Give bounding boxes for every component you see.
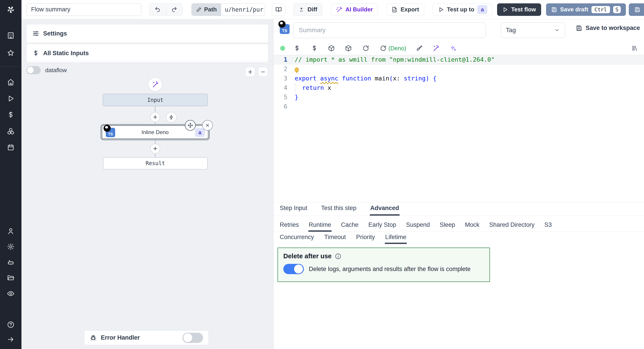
format-brush-icon[interactable] [416, 45, 422, 52]
delete-after-use-title: Delete after use [283, 253, 332, 260]
tab-shared-directory[interactable]: Shared Directory [489, 221, 535, 232]
all-static-inputs-button[interactable]: All Static Inputs [26, 44, 268, 62]
test-flow-button[interactable]: Test flow [497, 3, 541, 16]
path-button[interactable]: Path u/henri/pur [192, 3, 265, 16]
step-tabs: Step InputTest this stepAdvanced [274, 202, 644, 216]
step-node-title: Inline Deno [142, 129, 168, 135]
tab-concurrency[interactable]: Concurrency [279, 234, 314, 244]
variables-dollar-icon[interactable] [311, 45, 318, 52]
code-line[interactable]: 3export async function main(x: string) { [274, 74, 644, 83]
delete-step-button[interactable] [202, 120, 213, 131]
redo-button[interactable] [166, 3, 183, 16]
reload-lang-icon[interactable] [380, 45, 386, 52]
flow-summary-input[interactable] [26, 3, 141, 16]
insert-step-button[interactable] [150, 112, 160, 122]
schedules-calendar-icon[interactable] [7, 144, 14, 151]
wand-icon [336, 6, 342, 13]
code-line[interactable]: 4return x [274, 83, 644, 92]
edge-plus-to-result [155, 153, 156, 157]
settings-gear-icon[interactable] [7, 243, 14, 251]
ts-badge-label: TS [108, 132, 113, 136]
step-header: TS Tag Save to workspace [274, 19, 644, 41]
code-line[interactable]: 1// import * as wmill from "npm:windmill… [274, 55, 644, 64]
tab-lifetime[interactable]: Lifetime [385, 234, 407, 244]
diff-button[interactable]: Diff [294, 3, 322, 16]
code-editor[interactable]: 1// import * as wmill from "npm:windmill… [274, 55, 644, 202]
line-number: 3 [274, 74, 287, 83]
save-draft-label: Save draft [560, 6, 588, 13]
save-icon [551, 7, 557, 12]
sparkles-icon[interactable] [450, 45, 456, 52]
tab-s3[interactable]: S3 [544, 221, 552, 232]
package-icon-2[interactable] [345, 45, 352, 52]
folders-icon[interactable] [7, 274, 14, 282]
code-line[interactable]: 6 [274, 102, 644, 111]
code-line[interactable]: 2 [274, 64, 644, 74]
workers-robot-icon[interactable] [7, 259, 14, 266]
workspace-building-icon[interactable] [7, 32, 14, 39]
flow-result-node[interactable]: Result [103, 157, 208, 169]
ai-wand-icon[interactable] [432, 45, 439, 52]
tab-suspend[interactable]: Suspend [406, 221, 430, 232]
tab-runtime[interactable]: Runtime [308, 221, 332, 232]
kbd-ctrl: Ctrl [592, 6, 610, 13]
tab-sleep[interactable]: Sleep [439, 221, 456, 232]
reload-icon[interactable] [362, 45, 369, 52]
step-summary-input[interactable] [293, 22, 486, 38]
ai-flow-wand-button[interactable] [148, 77, 162, 92]
line-number: 5 [274, 92, 287, 102]
tab-advanced[interactable]: Advanced [370, 205, 400, 216]
deploy-button[interactable] [629, 3, 644, 16]
flow-graph-canvas[interactable]: dataflow Input TS Inline Deno a [22, 61, 273, 349]
user-icon[interactable] [7, 227, 14, 235]
tab-timeout[interactable]: Timeout [324, 234, 346, 244]
zoom-in-button[interactable] [246, 67, 255, 77]
expand-arrow-icon[interactable] [7, 336, 14, 343]
info-icon[interactable] [335, 253, 342, 260]
step-node-id-badge: a [195, 128, 205, 137]
tab-step-input[interactable]: Step Input [279, 205, 308, 216]
lightbulb-icon[interactable] [295, 67, 299, 72]
edge-step-to-plus [155, 139, 156, 144]
sliders-icon [32, 30, 39, 37]
tab-cache[interactable]: Cache [340, 221, 359, 232]
code-line[interactable]: 5} [274, 92, 644, 102]
audit-eye-icon[interactable] [7, 290, 14, 297]
delete-after-use-toggle[interactable] [283, 264, 304, 274]
test-up-to-button[interactable]: Test up to a [433, 3, 492, 16]
step-editor-panel: TS Tag Save to workspace [273, 19, 644, 349]
error-handler-card[interactable]: Error Handler [84, 331, 209, 345]
path-value[interactable]: u/henri/pur [221, 3, 265, 16]
tab-early-stop[interactable]: Early Stop [368, 221, 397, 232]
flow-input-node[interactable]: Input [103, 94, 208, 106]
tab-priority[interactable]: Priority [356, 234, 376, 244]
flow-settings-button[interactable]: Settings [26, 24, 268, 43]
export-button[interactable]: Export [386, 3, 424, 16]
resources-boxes-icon[interactable] [7, 127, 14, 135]
library-icon[interactable] [632, 45, 638, 52]
tab-mock[interactable]: Mock [464, 221, 480, 232]
save-to-workspace-button[interactable]: Save to workspace [576, 24, 640, 31]
windmill-logo[interactable] [0, 0, 22, 19]
zoom-out-button[interactable] [258, 67, 268, 77]
ai-builder-button[interactable]: AI Builder [331, 3, 378, 16]
test-args-dollar-icon[interactable] [294, 45, 300, 52]
package-icon[interactable] [328, 45, 335, 52]
save-draft-button[interactable]: Save draft Ctrl S [546, 3, 626, 16]
docs-button[interactable] [272, 3, 285, 16]
undo-button[interactable] [149, 3, 166, 16]
insert-step-button-2[interactable] [150, 144, 160, 153]
error-handler-toggle[interactable] [182, 333, 203, 343]
tag-select[interactable]: Tag [501, 22, 565, 38]
tab-retries[interactable]: Retries [279, 221, 300, 232]
home-icon[interactable] [7, 78, 14, 86]
help-icon[interactable] [7, 321, 14, 329]
trigger-zap-button[interactable] [166, 112, 177, 123]
runs-play-icon[interactable] [7, 95, 14, 102]
book-open-icon [276, 6, 282, 13]
dataflow-toggle[interactable] [26, 66, 41, 74]
move-step-handle[interactable] [185, 120, 196, 131]
favorites-star-icon[interactable] [7, 49, 14, 57]
variables-dollar-icon[interactable] [7, 111, 14, 119]
tab-test-this-step[interactable]: Test this step [321, 205, 357, 216]
